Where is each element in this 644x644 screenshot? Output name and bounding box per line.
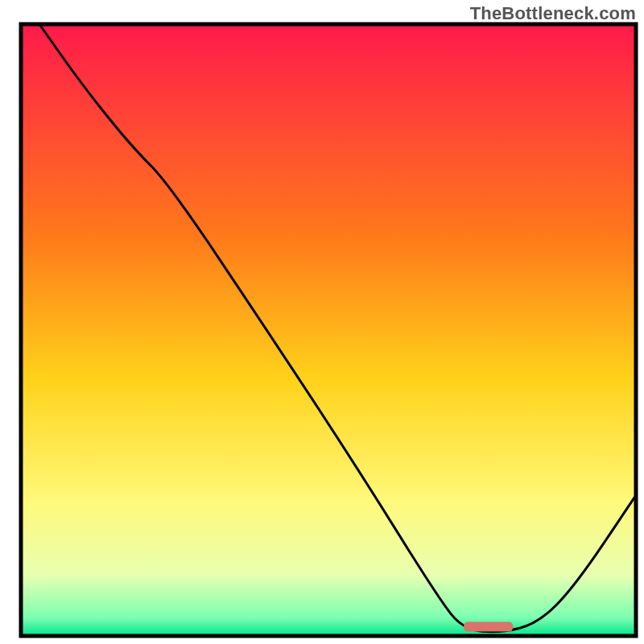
watermark-text: TheBottleneck.com [470, 3, 636, 24]
plot-background [21, 24, 636, 636]
optimal-range-marker [464, 622, 513, 632]
bottleneck-chart [0, 0, 644, 644]
chart-container: { "watermark": "TheBottleneck.com", "cha… [0, 0, 644, 644]
